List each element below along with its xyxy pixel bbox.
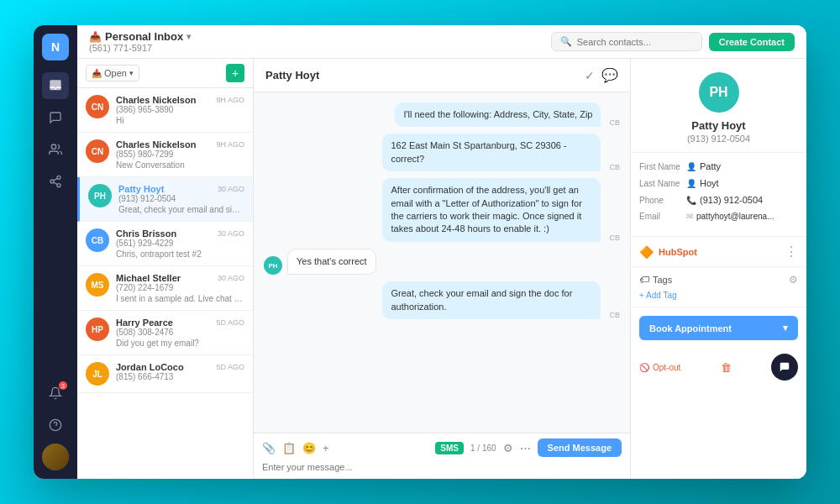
conv-avatar: PH	[88, 184, 112, 207]
inbox-toolbar: 📥 Open ▾ +	[77, 59, 253, 88]
chat-options-button[interactable]: 💬	[601, 67, 618, 83]
book-appointment-button[interactable]: Book Appointment ▾	[639, 316, 798, 340]
message-row-m2: 162 East Main St Spartanburg, SC 29306 -…	[264, 134, 620, 171]
attachment-icon[interactable]: 📎	[262, 442, 276, 454]
msg-bubble: 162 East Main St Spartanburg, SC 29306 -…	[382, 134, 601, 171]
chat-actions: ✓ 💬	[585, 67, 618, 83]
tags-label: 🏷 Tags	[639, 274, 672, 286]
svg-point-0	[51, 144, 55, 149]
msg-bubble: Great, check your email and sign the doc…	[382, 281, 601, 319]
conv-time: 30 AGO	[218, 229, 244, 238]
conv-avatar: HP	[86, 318, 109, 341]
search-bar[interactable]: 🔍	[551, 32, 702, 51]
sidebar-item-chat[interactable]	[42, 104, 69, 131]
msg-bubble: I'll need the following: Address, City, …	[395, 102, 601, 127]
conversation-item-cb[interactable]: CB Chris Brisson 30 AGO (561) 929-4229 C…	[77, 222, 253, 266]
sidebar: N 3	[34, 25, 77, 479]
top-header: 📥 Personal Inbox ▾ (561) 771-5917 🔍 Crea…	[77, 25, 806, 59]
person-icon: 👤	[686, 162, 696, 171]
conv-name: Charles Nickelson	[116, 95, 196, 105]
tag-icon: 🏷	[639, 274, 649, 286]
user-avatar[interactable]	[42, 444, 69, 470]
add-tag-button[interactable]: + Add Tag	[639, 291, 798, 300]
app-container: N 3 📥 Persona	[34, 25, 806, 479]
conv-phone: (913) 912-0504	[118, 194, 244, 203]
open-label: Open	[104, 68, 127, 78]
message-row-m4: PH Yes that's correct	[264, 249, 620, 275]
hubspot-label: 🔶 HubSpot	[639, 245, 697, 259]
conversation-item-jl[interactable]: JL Jordan LoCoco 5D AGO (815) 666-4713	[77, 355, 253, 393]
contact-panel: PH Patty Hoyt (913) 912-0504 First Name …	[630, 59, 806, 479]
msg-sender-tag: CB	[609, 234, 620, 242]
open-filter-button[interactable]: 📥 Open ▾	[86, 65, 139, 81]
conversation-item-cn1[interactable]: CN Charles Nickelson 9H AGO (386) 965-38…	[77, 88, 253, 133]
conversation-item-ms[interactable]: MS Michael Steller 30 AGO (720) 224-1679…	[77, 266, 253, 311]
email-label: Email	[639, 212, 681, 221]
chat-bubble-button[interactable]	[771, 354, 798, 381]
conv-time: 9H AGO	[216, 140, 244, 149]
sidebar-logo[interactable]: N	[42, 34, 69, 60]
sidebar-item-inbox[interactable]	[42, 72, 69, 99]
conv-preview: I sent in a sample ad. Live chat won't w…	[116, 294, 244, 303]
sidebar-item-share[interactable]	[42, 168, 69, 195]
conversation-item-hp[interactable]: HP Harry Pearce 5D AGO (508) 308-2476 Di…	[77, 311, 253, 355]
add-icon: +	[232, 66, 239, 80]
conv-time: 30 AGO	[218, 274, 244, 282]
conv-time: 9H AGO	[216, 96, 244, 104]
hubspot-more-icon[interactable]: ⋮	[785, 244, 798, 260]
conv-info: Charles Nickelson 9H AGO (855) 980-7299 …	[116, 139, 244, 170]
more-tools-icon[interactable]: +	[323, 442, 329, 454]
conv-avatar: CN	[86, 95, 109, 118]
messages-area: I'll need the following: Address, City, …	[254, 92, 630, 433]
create-contact-button[interactable]: Create Contact	[709, 33, 795, 51]
delete-button[interactable]: 🗑	[721, 361, 732, 374]
conv-preview: Hi	[116, 116, 244, 125]
hubspot-section: 🔶 HubSpot ⋮	[631, 237, 806, 267]
search-input[interactable]	[577, 37, 693, 47]
conv-info: Chris Brisson 30 AGO (561) 929-4229 Chri…	[116, 228, 244, 259]
chat-header: Patty Hoyt ✓ 💬	[254, 59, 630, 92]
message-input[interactable]	[262, 460, 622, 474]
template-icon[interactable]: 📋	[282, 442, 296, 454]
msg-sender-tag: CB	[609, 163, 620, 171]
conv-name: Jordan LoCoco	[116, 362, 184, 372]
book-dropdown-icon: ▾	[783, 323, 788, 333]
conv-avatar: CB	[86, 228, 109, 252]
send-message-button[interactable]: Send Message	[538, 438, 622, 457]
phone-value: 📞 (913) 912-0504	[686, 195, 798, 205]
conv-preview: Great, check your email and sign the doc…	[118, 205, 244, 214]
conv-phone: (815) 666-4713	[116, 372, 244, 381]
conversation-item-cn2[interactable]: CN Charles Nickelson 9H AGO (855) 980-72…	[77, 133, 253, 177]
sidebar-item-contacts[interactable]	[42, 136, 69, 163]
msg-avatar: PH	[264, 256, 282, 275]
conv-info: Charles Nickelson 9H AGO (386) 965-3890 …	[116, 95, 244, 125]
tags-settings-icon[interactable]: ⚙	[789, 274, 798, 286]
sidebar-item-notifications[interactable]: 3	[42, 380, 69, 407]
contact-footer: 🚫 Opt-out 🗑	[631, 349, 806, 386]
no-sign-icon: 🚫	[639, 363, 649, 372]
inbox-title-section: 📥 Personal Inbox ▾ (561) 771-5917	[89, 30, 191, 53]
msg-bubble: After confirmation of the address, you'l…	[382, 178, 601, 242]
more-options-icon[interactable]: ⋯	[520, 442, 531, 454]
char-count: 1 / 160	[470, 444, 496, 453]
email-value: ✉ pattyhoyt@laurena...	[686, 212, 798, 221]
notification-badge: 3	[59, 381, 67, 390]
emoji-icon[interactable]: 😊	[302, 442, 316, 454]
inbox-dropdown-icon[interactable]: ▾	[186, 32, 191, 41]
opt-out-button[interactable]: 🚫 Opt-out	[639, 363, 680, 372]
conv-info: Jordan LoCoco 5D AGO (815) 666-4713	[116, 362, 244, 381]
sidebar-item-help[interactable]	[42, 412, 69, 438]
conversation-item-ph[interactable]: PH Patty Hoyt 30 AGO (913) 912-0504 Grea…	[77, 177, 253, 222]
conv-avatar: CN	[86, 139, 109, 163]
conv-phone: (855) 980-7299	[116, 150, 244, 159]
person-icon-2: 👤	[686, 179, 696, 188]
msg-sender-tag: CB	[609, 311, 620, 319]
add-conversation-button[interactable]: +	[226, 64, 244, 82]
conv-info: Patty Hoyt 30 AGO (913) 912-0504 Great, …	[118, 184, 244, 214]
svg-point-2	[50, 180, 54, 183]
contact-fields: First Name 👤 Patty Last Name 👤 Hoyt	[631, 153, 806, 237]
check-mark-button[interactable]: ✓	[585, 69, 595, 82]
settings-icon[interactable]: ⚙	[503, 442, 513, 454]
conv-phone: (508) 308-2476	[116, 328, 244, 337]
search-icon: 🔍	[560, 36, 572, 47]
